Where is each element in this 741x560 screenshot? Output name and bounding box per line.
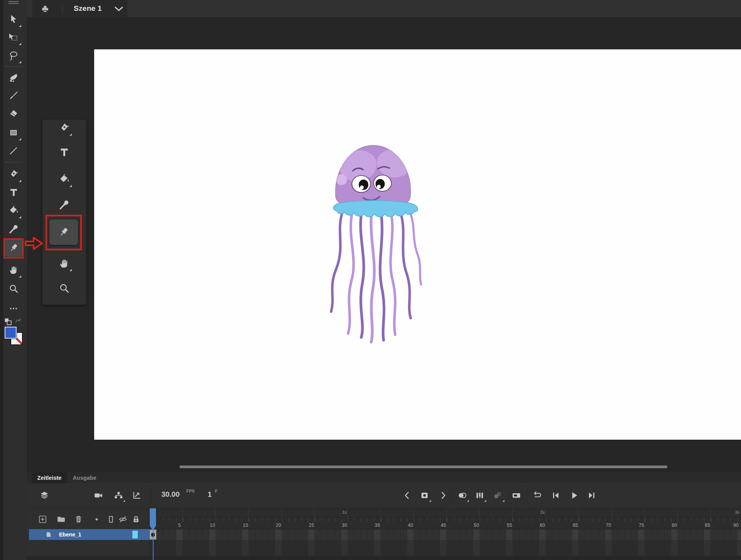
divider [527,485,527,506]
line-icon [8,145,19,156]
tool-zoom[interactable] [55,280,73,297]
flyout-corner-icon [69,269,72,271]
divider [5,66,22,67]
timeline-graph-editor-button[interactable] [131,490,143,501]
tab-zeitleiste[interactable]: Zeitleiste [32,472,67,483]
swap-colors-icon[interactable] [3,317,14,327]
current-frame-unit: F [215,489,218,493]
eyedropper-icon [8,223,19,234]
delete-layer-button[interactable] [73,514,84,525]
timeline-parenting-view-button[interactable] [113,490,124,501]
scene-breadcrumb[interactable]: ♣ Szene 1 [32,0,127,17]
tool-asset-warp[interactable] [49,219,78,245]
highlight-layers-button[interactable] [91,514,102,525]
edit-bar: ♣ Szene 1 [27,0,741,17]
frame-view-button[interactable] [511,490,522,501]
tool-selection[interactable] [5,10,22,28]
prev-keyframe-button[interactable] [401,490,413,501]
insert-keyframe-button[interactable] [419,490,430,501]
free-transform-icon [8,32,19,43]
tool-lasso[interactable] [5,47,22,64]
timeline-layers-view-button[interactable] [39,490,50,501]
new-folder-button[interactable] [56,514,66,525]
tool-eyedropper[interactable] [5,220,22,238]
loop-icon [532,491,542,501]
tool-more-tools[interactable] [5,300,22,317]
tool-classic-brush[interactable] [5,87,22,105]
tool-eraser[interactable] [5,105,22,123]
lock-layers-button[interactable] [130,514,141,525]
ruler-number-20: 20 [276,523,281,528]
asset-warp-icon [8,243,19,253]
layer-color-swatch[interactable] [132,531,138,538]
tool-hand[interactable] [55,255,73,272]
layer-row[interactable]: Ebene_1 [29,529,150,540]
step-back-button[interactable] [550,490,562,501]
tool-free-transform[interactable] [5,29,22,46]
paint-bucket-icon [8,205,19,216]
flyout-corner-icon [19,180,21,182]
edit-multiple-frames-icon [493,491,503,501]
selection-icon [8,14,19,25]
prev-keyframe-icon [402,491,412,501]
rail-drag-handle[interactable] [8,1,19,2]
tool-pen[interactable] [5,165,22,183]
ruler-number-50: 50 [474,523,479,528]
tool-line[interactable] [5,142,22,160]
tool-fluid-brush[interactable] [5,69,22,87]
edit-multiple-frames-button[interactable] [492,490,504,501]
tool-hand[interactable] [5,261,22,279]
flyout-corner-icon [19,61,21,63]
rail-drag-handle[interactable] [8,3,19,4]
fill-color-swatch[interactable] [5,327,17,339]
horizontal-scrollbar[interactable] [179,466,667,468]
hide-layers-button[interactable] [117,514,128,525]
outline-layers-button[interactable] [105,514,116,525]
frame-rate-value[interactable]: 30.00 [161,490,180,499]
new-layer-icon [38,514,47,524]
tab-ausgabe[interactable]: Ausgabe [68,472,101,483]
flyout-corner-icon [467,500,469,502]
onion-skin-outlines-button[interactable] [474,490,486,501]
parenting-view-icon [113,491,124,501]
layer-frame-strip[interactable] [150,529,741,540]
tool-zoom[interactable] [5,280,22,298]
tool-text[interactable] [55,143,73,161]
ruler-number-10: 10 [210,523,215,528]
timeline-tab-bar: Zeitleiste Ausgabe [27,472,741,483]
ruler-number-70: 70 [606,523,611,528]
onion-skin-outlines-icon [475,491,485,501]
onion-skin-button[interactable] [457,490,468,501]
new-layer-button[interactable] [37,514,48,525]
ruler-number-5: 5 [178,523,181,528]
eyedropper-icon [58,199,70,210]
tool-rectangle[interactable] [5,124,22,142]
ruler-number-80: 80 [672,523,677,528]
current-frame-value[interactable]: 1 [208,490,212,499]
back-to-scene-clover-icon[interactable]: ♣ [42,0,49,17]
loop-button[interactable] [531,490,543,501]
next-keyframe-button[interactable] [437,490,449,501]
layer-name-label[interactable]: Ebene_1 [59,529,81,540]
tool-eyedropper[interactable] [55,196,73,213]
lasso-icon [8,50,19,61]
chevron-down-icon[interactable] [115,7,123,11]
jellyfish-artwork[interactable] [324,143,428,347]
tool-pen[interactable] [55,119,73,137]
tool-paint-bucket[interactable] [55,170,73,188]
divider [452,485,453,506]
timeline-camera-button[interactable] [93,490,104,501]
tool-paint-bucket[interactable] [5,202,22,219]
more-tools-icon [8,303,19,314]
lock-layers-icon [131,514,141,524]
tool-asset-warp[interactable] [5,239,22,257]
timeline-ruler[interactable]: 1s2s3s 510152025303540455055606570758085… [150,508,741,560]
tool-text[interactable] [5,184,22,201]
delete-layer-icon [74,514,83,524]
flyout-corner-icon [19,216,21,218]
play-button[interactable] [568,490,580,501]
step-forward-button[interactable] [586,490,597,501]
stage-canvas[interactable] [94,49,741,440]
text-icon [58,147,70,158]
flyout-corner-icon [69,185,72,187]
